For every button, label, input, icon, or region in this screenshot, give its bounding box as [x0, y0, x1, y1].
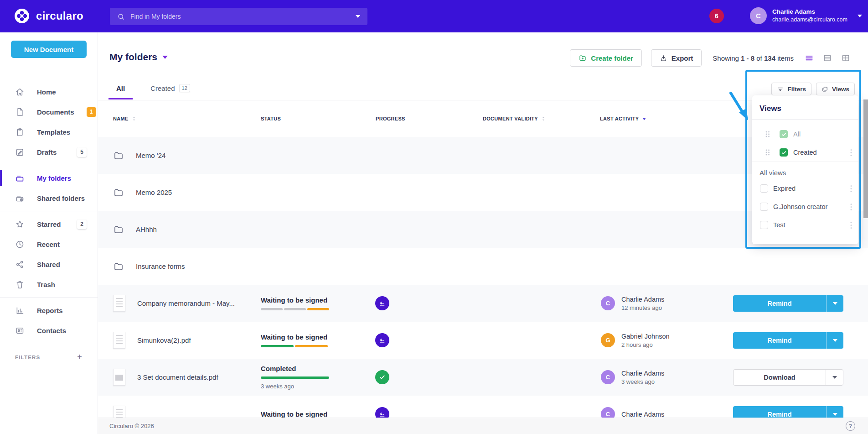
search-input[interactable]	[130, 13, 350, 20]
create-folder-icon	[579, 54, 587, 62]
sidebar-item-home[interactable]: Home	[0, 82, 98, 102]
brand-logo[interactable]: circularo	[14, 8, 83, 24]
status-text: Waiting to be signed	[261, 296, 373, 304]
grid-view-icon[interactable]	[841, 53, 850, 63]
create-folder-button[interactable]: Create folder	[570, 49, 642, 67]
table-row[interactable]: Simunkova(2).pdf Waiting to be signed G …	[98, 322, 868, 359]
document-thumbnail	[113, 332, 125, 349]
checkbox[interactable]	[780, 130, 788, 138]
name-cell	[113, 406, 258, 418]
remind-button[interactable]: Remind	[733, 295, 843, 312]
table-row[interactable]: Company memorandum - May... Waiting to b…	[98, 285, 868, 322]
view-item-created[interactable]: Created	[752, 143, 858, 162]
sidebar-divider	[0, 165, 98, 165]
name-cell: Memo '24	[113, 150, 258, 161]
view-item-expired[interactable]: Expired	[752, 179, 858, 198]
user-menu[interactable]: C Charlie Adams charlie.adams@circularo.…	[750, 7, 862, 24]
tab-all[interactable]: All	[108, 84, 133, 99]
sort-icon[interactable]	[540, 115, 547, 122]
status-text: Waiting to be signed	[261, 333, 373, 341]
download-button[interactable]: Download	[733, 369, 843, 386]
scrollbar-thumb[interactable]	[863, 99, 868, 218]
sort-descending-icon[interactable]	[641, 115, 647, 122]
folder-icon	[113, 187, 124, 198]
kebab-menu-icon[interactable]	[850, 149, 858, 157]
column-status[interactable]: STATUS	[258, 116, 373, 121]
sidebar-item-contacts[interactable]: Contacts	[0, 320, 98, 340]
copyright: Circularo © 2026	[109, 423, 154, 429]
global-search[interactable]	[110, 8, 367, 25]
document-thumbnail	[113, 406, 125, 418]
check-icon[interactable]	[375, 370, 389, 384]
actor-name: Charlie Adams	[621, 411, 664, 418]
checkbox[interactable]	[760, 184, 768, 193]
sidebar-item-drafts[interactable]: Drafts 5	[0, 142, 98, 162]
user-avatar: C	[750, 7, 767, 24]
actor-name: Gabriel Johnson	[621, 333, 670, 340]
sidebar-item-documents[interactable]: Documents 1	[0, 102, 98, 122]
sidebar-item-starred[interactable]: Starred 2	[0, 214, 98, 234]
sidebar-item-shared-folders[interactable]: Shared folders	[0, 188, 98, 208]
table-row[interactable]: Waiting to be signed C Charlie Adams Rem…	[98, 396, 868, 418]
list-view-icon[interactable]	[805, 53, 814, 63]
tab-created[interactable]: Created 12	[143, 84, 198, 99]
sidebar-item-label: Trash	[37, 281, 55, 288]
search-icon	[117, 13, 125, 21]
views-button[interactable]: Views	[816, 83, 855, 95]
drag-handle-icon[interactable]	[765, 149, 770, 156]
kebab-menu-icon[interactable]	[850, 185, 858, 193]
views-panel-title: Views	[752, 95, 858, 119]
caret-down-icon[interactable]	[826, 406, 843, 418]
signature-icon[interactable]	[375, 407, 389, 418]
view-item-test[interactable]: Test	[752, 216, 858, 234]
search-scope-caret-icon[interactable]	[356, 15, 360, 18]
notification-badge[interactable]: 6	[709, 9, 724, 23]
top-bar: circularo 6 C Charlie Adams charlie.adam…	[0, 0, 868, 32]
view-label: Expired	[773, 185, 796, 192]
status-text: Completed	[261, 365, 373, 372]
sidebar-item-templates[interactable]: Templates	[0, 122, 98, 142]
remind-button[interactable]: Remind	[733, 406, 843, 418]
column-name[interactable]: NAME	[113, 115, 258, 122]
export-button[interactable]: Export	[651, 49, 702, 67]
table-view-icon[interactable]	[823, 53, 832, 63]
column-document-validity[interactable]: DOCUMENT VALIDITY	[480, 115, 598, 122]
name-cell: AHhhh	[113, 224, 258, 235]
view-item-g-johnson-creator[interactable]: G.Johnson creator	[752, 198, 858, 216]
checkbox[interactable]	[760, 221, 768, 229]
view-item-all[interactable]: All	[752, 125, 858, 143]
sort-icon[interactable]	[131, 115, 137, 122]
column-last-activity[interactable]: LAST ACTIVITY	[598, 115, 730, 122]
caret-down-icon[interactable]	[826, 370, 843, 385]
new-document-button[interactable]: New Document	[11, 41, 87, 58]
sidebar-item-my-folders[interactable]: My folders	[0, 168, 98, 188]
view-label: Created	[793, 149, 817, 156]
table-row[interactable]: 3 Set document details.pdf Completed 3 w…	[98, 359, 868, 396]
signature-icon[interactable]	[375, 333, 389, 347]
signature-icon[interactable]	[375, 296, 389, 310]
sidebar-item-trash[interactable]: Trash	[0, 274, 98, 294]
sidebar-item-reports[interactable]: Reports	[0, 300, 98, 320]
sidebar-item-label: Shared	[37, 261, 60, 268]
page-title[interactable]: My folders	[109, 52, 168, 63]
drag-handle-icon[interactable]	[765, 131, 770, 138]
caret-down-icon[interactable]	[826, 295, 843, 312]
remind-button[interactable]: Remind	[733, 332, 843, 349]
checkbox[interactable]	[780, 148, 788, 157]
status-subtext: 3 weeks ago	[261, 383, 373, 390]
column-progress[interactable]: PROGRESS	[373, 116, 480, 121]
sidebar-item-recent[interactable]: Recent	[0, 234, 98, 254]
kebab-menu-icon[interactable]	[850, 221, 858, 229]
checkbox[interactable]	[760, 203, 768, 211]
filters-button[interactable]: Filters	[771, 83, 811, 95]
table-row[interactable]: Insurance forms	[98, 248, 868, 285]
folder-icon	[113, 150, 124, 161]
documents-icon	[15, 107, 25, 117]
sidebar-item-shared[interactable]: Shared	[0, 254, 98, 274]
actor-name: Charlie Adams	[621, 370, 664, 377]
add-filter-button[interactable]: +	[77, 352, 83, 362]
caret-down-icon[interactable]	[826, 332, 843, 349]
help-button[interactable]: ?	[846, 421, 855, 431]
kebab-menu-icon[interactable]	[850, 203, 858, 211]
folder-icon	[113, 224, 124, 235]
